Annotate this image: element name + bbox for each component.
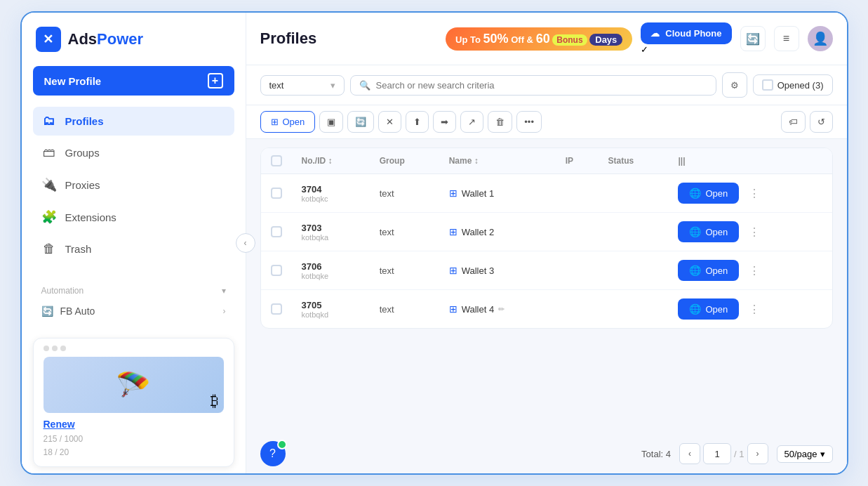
delete-button[interactable]: 🗑 [488,111,512,133]
row-checkbox-cell [261,174,292,213]
open-label: Open [283,117,305,127]
view-icon: ▣ [327,117,335,127]
chevron-down-icon: ▾ [222,286,226,296]
sync-button[interactable]: 🔄 [347,111,374,133]
refresh-button[interactable]: 🔄 [740,26,766,51]
refresh-table-button[interactable]: ↺ [810,111,833,133]
table-wrapper: No./ID ↕ Group Name ↕ IP Status ||| [260,147,833,329]
tag-button[interactable]: 🏷 [781,111,806,133]
cloud-phone-wrapper: ☁ Cloud Phone ✓ [641,22,731,55]
row-checkbox[interactable] [271,226,282,237]
support-online-badge [277,440,287,449]
profile-code: kotbqke [302,272,360,280]
sidebar-item-label: Trash [65,243,92,255]
move-icon: ➡ [441,117,448,127]
filter-icon: ⚙ [730,80,739,91]
new-profile-label: New Profile [44,75,102,87]
bottom-popup-card: 🪂 ₿ Renew 215 / 1000 18 / 20 [33,338,234,467]
total-count: Total: 4 [641,449,671,459]
promo-bonus-number: 60 [536,32,550,46]
col-id: No./ID ↕ [292,148,370,174]
table-container: No./ID ↕ Group Name ↕ IP Status ||| [246,139,847,434]
proxies-icon: 🔌 [41,177,57,192]
name-text: Wallet 1 [462,188,494,199]
sidebar-item-fb-auto[interactable]: 🔄 FB Auto › [33,298,234,324]
profile-id: 3706 [302,261,360,272]
popup-header-dots [44,346,224,351]
row-more-button[interactable]: ⋮ [745,183,764,203]
list-icon: ≡ [783,32,789,45]
promo-off: Off & [511,34,535,45]
sidebar-item-extensions[interactable]: 🧩 Extensions [33,202,234,232]
view-toggle-button[interactable]: ▣ [319,111,343,133]
open-profile-button[interactable]: 🌐 Open [678,183,739,204]
sidebar-item-groups[interactable]: 🗃 Groups [33,138,234,167]
globe-icon: 🌐 [689,188,701,199]
row-more-button[interactable]: ⋮ [745,299,764,319]
close-button[interactable]: ✕ [378,111,401,133]
sidebar-bottom-area: 🪂 ₿ Renew 215 / 1000 18 / 20 [33,324,234,467]
row-name-cell: ⊞ Wallet 3 [439,251,556,290]
row-more-button[interactable]: ⋮ [745,261,764,280]
edit-icon[interactable]: ✏ [498,305,505,314]
open-profile-button[interactable]: 🌐 Open [678,221,739,242]
name-text: Wallet 3 [462,265,494,276]
parachute-icon: 🪂 [116,369,151,402]
row-checkbox[interactable] [271,265,282,276]
search-bar: 🔍 [350,75,716,96]
move-button[interactable]: ➡ [433,111,456,133]
per-page-select[interactable]: 50/page ▾ [777,445,833,463]
more-actions-button[interactable]: ••• [516,111,542,133]
advanced-filter-button[interactable]: ⚙ [722,72,747,98]
sidebar-item-profiles[interactable]: 🗂 Profiles [33,107,234,136]
support-button[interactable]: ? [260,441,286,466]
search-input[interactable] [376,80,707,91]
open-action-button[interactable]: ⊞ Open [260,111,316,133]
groups-icon: 🗃 [41,145,57,160]
chevron-down-icon: ▾ [820,449,825,459]
cloud-phone-label: Cloud Phone [665,28,721,39]
next-page-button[interactable]: › [747,443,768,464]
sidebar-item-trash[interactable]: 🗑 Trash [33,235,234,263]
filter-select[interactable]: text ▾ [260,75,345,96]
collapse-sidebar-button[interactable]: ‹ [236,233,255,253]
grid-icon: ⊞ [271,117,279,127]
main-content: Profiles Up To 50% Off & 60 Bonus Days ☁… [246,13,847,473]
name-text: Wallet 2 [462,227,494,237]
sidebar-item-proxies[interactable]: 🔌 Proxies [33,170,234,199]
renew-link[interactable]: Renew [44,419,224,430]
export-button[interactable]: ⬆ [406,111,429,133]
close-icon: ✕ [386,117,394,127]
sync-icon: 🔄 [355,117,366,127]
new-profile-button[interactable]: New Profile + [33,66,234,96]
list-view-button[interactable]: ≡ [774,26,799,51]
row-group-cell: text [370,290,439,329]
col-name: Name ↕ [439,148,556,174]
group-tag: text [380,265,394,276]
prev-page-button[interactable]: ‹ [679,443,700,464]
page-number-input[interactable] [703,443,731,464]
row-checkbox[interactable] [271,188,282,199]
promo-banner: Up To 50% Off & 60 Bonus Days [446,27,632,51]
col-group: Group [370,148,439,174]
promo-days: Days [589,34,622,46]
opened-filter[interactable]: Opened (3) [753,74,833,96]
refresh-icon: ↺ [817,117,825,127]
select-all-checkbox[interactable] [271,155,282,166]
logo-icon: ✕ [36,27,61,52]
row-checkbox[interactable] [271,303,282,315]
checkbox-icon [762,79,773,91]
cloud-phone-button[interactable]: ☁ Cloud Phone [641,22,731,44]
user-avatar[interactable]: 👤 [808,26,833,51]
page-separator: / 1 [734,449,744,459]
row-name-cell: ⊞ Wallet 1 [439,174,556,213]
open-profile-button[interactable]: 🌐 Open [678,260,739,281]
open-profile-button[interactable]: 🌐 Open [678,298,739,320]
profile-code: kotbqkd [302,310,360,319]
windows-icon: ⊞ [449,188,458,199]
col-actions: ||| [668,148,832,174]
share-button[interactable]: ↗ [460,111,483,133]
row-more-button[interactable]: ⋮ [745,222,764,242]
globe-icon: 🌐 [689,226,701,237]
row-id-cell: 3705 kotbqkd [292,290,370,329]
